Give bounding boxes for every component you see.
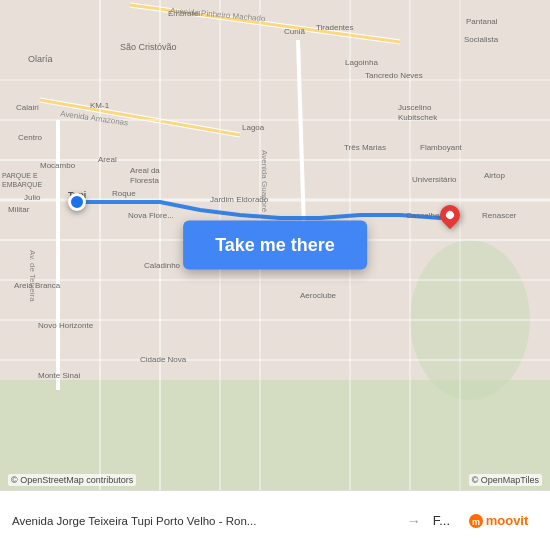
- moovit-logo-text: moovit: [486, 513, 529, 528]
- svg-text:EMBARQUE: EMBARQUE: [2, 181, 42, 189]
- svg-text:Lagoa: Lagoa: [242, 123, 265, 132]
- svg-text:Militar: Militar: [8, 205, 30, 214]
- svg-text:Roque: Roque: [112, 189, 136, 198]
- bottom-bar-address: Avenida Jorge Teixeira Tupi Porto Velho …: [12, 515, 395, 527]
- svg-text:Avenida Guaporé: Avenida Guaporé: [260, 150, 269, 213]
- moovit-icon: m: [468, 513, 484, 529]
- svg-text:Areal da: Areal da: [130, 166, 160, 175]
- svg-text:Av. de Teixeira: Av. de Teixeira: [28, 250, 37, 302]
- svg-text:Três Marias: Três Marias: [344, 143, 386, 152]
- route-separator: →: [407, 513, 421, 529]
- svg-text:KM-1: KM-1: [90, 101, 110, 110]
- bottom-bar: m moovit Avenida Jorge Teixeira Tupi Por…: [0, 490, 550, 550]
- svg-text:Jardim Eldorado: Jardim Eldorado: [210, 195, 269, 204]
- svg-text:Novo Horizonte: Novo Horizonte: [38, 321, 94, 330]
- svg-text:Airtop: Airtop: [484, 171, 505, 180]
- bottom-bar-destination: F...: [433, 513, 450, 528]
- svg-text:Renascer: Renascer: [482, 211, 517, 220]
- moovit-logo-section: m moovit: [458, 513, 538, 529]
- svg-text:Mocambo: Mocambo: [40, 161, 76, 170]
- svg-text:Areal: Areal: [98, 155, 117, 164]
- svg-text:Pantanal: Pantanal: [466, 17, 498, 26]
- svg-text:Socialista: Socialista: [464, 35, 499, 44]
- osm-credit: © OpenStreetMap contributors: [8, 474, 136, 486]
- svg-text:Cuniã: Cuniã: [284, 27, 305, 36]
- svg-text:Universitário: Universitário: [412, 175, 457, 184]
- svg-text:São Cristóvão: São Cristóvão: [120, 42, 177, 52]
- svg-text:Caladinho: Caladinho: [144, 261, 181, 270]
- svg-text:Calairi: Calairi: [16, 103, 39, 112]
- svg-text:Nova Flore...: Nova Flore...: [128, 211, 174, 220]
- svg-text:Aeroclube: Aeroclube: [300, 291, 337, 300]
- take-me-there-button[interactable]: Take me there: [183, 221, 367, 270]
- svg-text:Lagoinha: Lagoinha: [345, 58, 378, 67]
- svg-text:Juscelino: Juscelino: [398, 103, 432, 112]
- app: Olaría São Cristóvão Calairi KM-1 Centro…: [0, 0, 550, 550]
- svg-text:Tancredo Neves: Tancredo Neves: [365, 71, 423, 80]
- svg-text:Kubitschek: Kubitschek: [398, 113, 438, 122]
- svg-text:Flamboyant: Flamboyant: [420, 143, 463, 152]
- svg-text:m: m: [472, 517, 480, 527]
- svg-text:Cidade Nova: Cidade Nova: [140, 355, 187, 364]
- origin-marker: [68, 193, 86, 211]
- svg-text:Olaría: Olaría: [28, 54, 53, 64]
- omt-credit: © OpenMapTiles: [469, 474, 542, 486]
- svg-text:Centro: Centro: [18, 133, 43, 142]
- svg-text:Floresta: Floresta: [130, 176, 159, 185]
- map-container: Olaría São Cristóvão Calairi KM-1 Centro…: [0, 0, 550, 490]
- svg-text:PARQUE E: PARQUE E: [2, 172, 38, 180]
- svg-text:Julio: Julio: [24, 193, 41, 202]
- svg-text:Tiradentes: Tiradentes: [316, 23, 354, 32]
- svg-text:Monte Sinai: Monte Sinai: [38, 371, 80, 380]
